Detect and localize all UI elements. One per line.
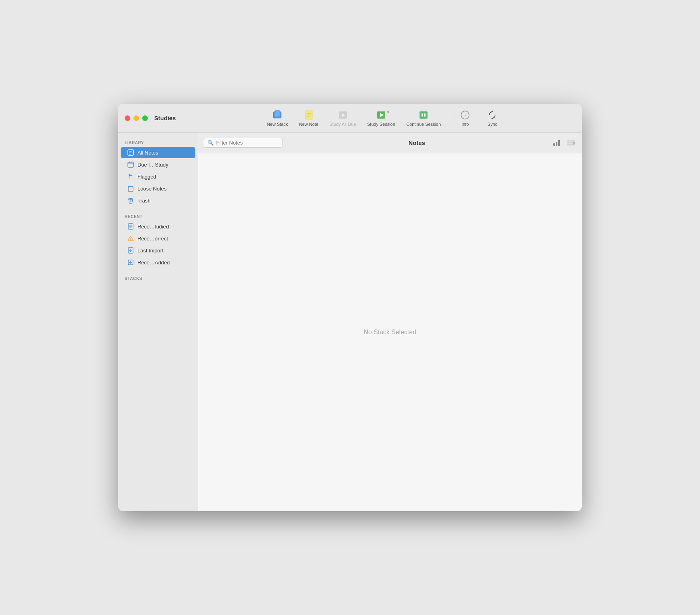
sidebar-item-due-study[interactable]: Due f…Study <box>121 159 195 170</box>
info-button[interactable]: i Info <box>452 107 478 129</box>
sync-label: Sync <box>487 122 497 127</box>
toolbar-separator <box>449 111 449 125</box>
search-box[interactable]: 🔍 <box>203 138 283 148</box>
svg-marker-17 <box>491 111 493 112</box>
sidebar-item-recently-studied[interactable]: Rece…tudied <box>121 221 195 232</box>
sidebar-item-flagged[interactable]: Flagged <box>121 171 195 182</box>
sidebar-item-recently-added[interactable]: Rece…Added <box>121 257 195 268</box>
svg-marker-18 <box>491 118 493 119</box>
recent-section-label: RECENT <box>118 211 198 220</box>
sidebar-item-all-notes[interactable]: All Notes <box>121 147 195 158</box>
new-stack-button[interactable]: New Stack <box>262 107 293 129</box>
last-import-label: Last Import <box>137 248 163 254</box>
library-section-label: LIBRARY <box>118 137 198 147</box>
study-all-due-button[interactable]: Study All Due <box>325 107 361 129</box>
trash-icon <box>127 197 134 204</box>
all-notes-icon <box>127 149 134 156</box>
notes-title: Notes <box>286 139 547 146</box>
last-import-icon <box>127 247 134 254</box>
notes-toolbar-right <box>551 137 577 149</box>
app-window: Studies New Stack <box>118 104 582 511</box>
titlebar: Studies New Stack <box>118 104 582 133</box>
sync-icon <box>487 109 498 121</box>
study-all-due-icon <box>337 109 348 121</box>
sidebar-item-trash[interactable]: Trash <box>121 195 195 206</box>
chart-view-button[interactable] <box>551 137 563 149</box>
minimize-button[interactable] <box>133 115 139 121</box>
svg-text:i: i <box>465 112 466 118</box>
study-session-button[interactable]: ▾ Study Session <box>362 107 400 129</box>
app-title: Studies <box>154 115 176 121</box>
main-layout: LIBRARY All Notes <box>118 133 582 511</box>
svg-rect-28 <box>128 186 133 191</box>
new-note-icon <box>303 109 314 121</box>
window-controls <box>125 115 148 121</box>
sidebar-item-recently-incorrect[interactable]: Rece…orrect <box>121 233 195 244</box>
study-session-label: Study Session <box>367 122 395 127</box>
trash-label: Trash <box>137 198 151 204</box>
due-study-label: Due f…Study <box>137 162 168 168</box>
recently-added-label: Rece…Added <box>137 260 170 266</box>
new-note-button[interactable]: New Note <box>294 107 323 129</box>
due-study-icon <box>127 161 134 168</box>
recently-added-icon <box>127 259 134 266</box>
sidebar-item-last-import[interactable]: Last Import <box>121 245 195 256</box>
svg-rect-13 <box>424 113 426 117</box>
svg-rect-46 <box>553 143 555 146</box>
sort-view-button[interactable] <box>565 137 577 149</box>
flagged-icon <box>127 173 134 180</box>
recently-incorrect-label: Rece…orrect <box>137 236 168 242</box>
info-icon: i <box>459 109 471 121</box>
study-session-icon: ▾ <box>376 109 387 121</box>
close-button[interactable] <box>125 115 130 121</box>
content-area: 🔍 Notes <box>198 133 582 511</box>
sync-button[interactable]: Sync <box>479 107 505 129</box>
continue-session-label: Continue Session <box>406 122 441 127</box>
continue-session-icon <box>418 109 429 121</box>
search-input[interactable] <box>216 140 278 146</box>
loose-notes-icon <box>127 185 134 192</box>
new-stack-label: New Stack <box>267 122 288 127</box>
loose-notes-label: Loose Notes <box>137 186 167 192</box>
recently-studied-label: Rece…tudied <box>137 224 169 230</box>
sidebar: LIBRARY All Notes <box>118 133 198 511</box>
svg-rect-47 <box>556 142 557 146</box>
study-all-due-label: Study All Due <box>330 122 356 127</box>
svg-rect-23 <box>128 162 133 167</box>
all-notes-label: All Notes <box>137 150 158 156</box>
new-note-label: New Note <box>299 122 318 127</box>
notes-content: No Stack Selected <box>198 153 582 511</box>
toolbar: New Stack New Note <box>192 107 575 129</box>
sidebar-item-loose-notes[interactable]: Loose Notes <box>121 183 195 194</box>
no-stack-message: No Stack Selected <box>364 329 416 336</box>
recently-studied-icon <box>127 223 134 230</box>
notes-header: 🔍 Notes <box>198 133 582 153</box>
svg-rect-48 <box>558 140 560 146</box>
new-stack-icon <box>272 109 283 121</box>
stacks-section-label: STACKS <box>118 273 198 282</box>
continue-session-button[interactable]: Continue Session <box>402 107 445 129</box>
svg-rect-19 <box>128 150 133 155</box>
svg-rect-12 <box>422 113 423 117</box>
maximize-button[interactable] <box>142 115 148 121</box>
svg-rect-2 <box>275 110 280 117</box>
search-icon: 🔍 <box>207 140 214 146</box>
recently-incorrect-icon <box>127 235 134 242</box>
flagged-label: Flagged <box>137 174 156 180</box>
svg-point-40 <box>130 240 131 240</box>
info-label: Info <box>461 122 469 127</box>
